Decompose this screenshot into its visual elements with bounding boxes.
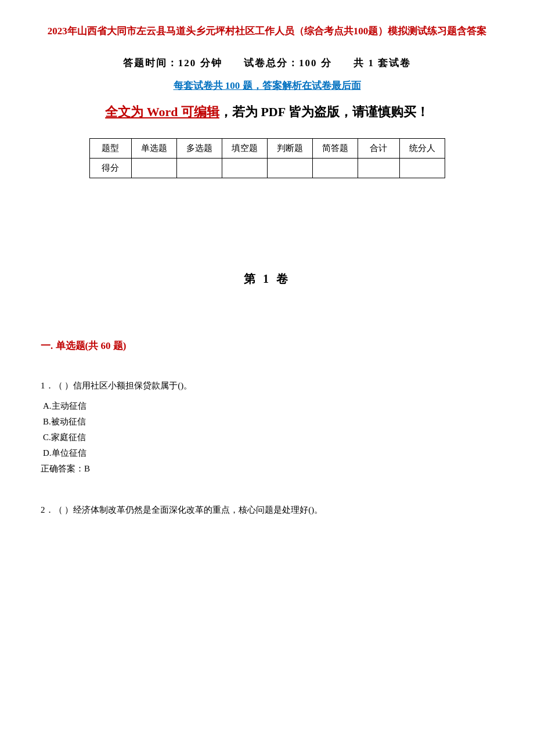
header-title: 2023年山西省大同市左云县马道头乡元坪村社区工作人员（综合考点共100题）模拟… [41,23,493,40]
notice-underline: 每套试卷共 100 题，答案解析在试卷最后面 [41,79,493,92]
spacer-2 [41,310,493,333]
question-2-text: 2．（ ）经济体制改革仍然是全面深化改革的重点，核心问题是处理好()。 [41,502,493,518]
question-2: 2．（ ）经济体制改革仍然是全面深化改革的重点，核心问题是处理好()。 [41,502,493,518]
score-table: 题型 单选题 多选题 填空题 判断题 简答题 合计 统分人 得分 [89,138,445,178]
cell-multi-score [176,159,222,178]
exam-info-bar: 答题时间：120 分钟 试卷总分：100 分 共 1 套试卷 [41,56,493,70]
score-table-wrapper: 题型 单选题 多选题 填空题 判断题 简答题 合计 统分人 得分 [41,138,493,178]
col-header-multi: 多选题 [176,139,222,159]
cell-fill-score [222,159,267,178]
row-label-score: 得分 [89,159,131,178]
spacer-1 [41,190,493,236]
question-1-options: A.主动征信 B.被动征信 C.家庭征信 D.单位征信 [43,398,493,461]
option-1-d: D.单位征信 [43,445,493,461]
question-1: 1．（ ）信用社区小额担保贷款属于()。 A.主动征信 B.被动征信 C.家庭征… [41,378,493,477]
col-header-fill: 填空题 [222,139,267,159]
editable-label: 全文为 Word 可编辑 [105,105,219,119]
col-header-judge: 判断题 [267,139,312,159]
cell-judge-score [267,159,312,178]
col-header-short: 简答题 [312,139,358,159]
option-1-c: C.家庭征信 [43,430,493,445]
cell-single-score [131,159,176,178]
option-1-b: B.被动征信 [43,414,493,430]
word-notice: 全文为 Word 可编辑，若为 PDF 皆为盗版，请谨慎购买！ [41,102,493,122]
spacer-3 [41,366,493,378]
section1-label: 一. 单选题(共 60 题) [41,339,493,352]
col-header-type: 题型 [89,139,131,159]
score-table-data-row: 得分 [89,159,445,178]
col-header-single: 单选题 [131,139,176,159]
pdf-warning: ，若为 PDF 皆为盗版，请谨慎购买！ [219,105,429,119]
col-header-scorer: 统分人 [399,139,445,159]
cell-scorer [399,159,445,178]
score-table-header-row: 题型 单选题 多选题 填空题 判断题 简答题 合计 统分人 [89,139,445,159]
spacer-4 [41,491,493,502]
volume-label: 第 1 卷 [41,271,493,287]
question-1-text: 1．（ ）信用社区小额担保贷款属于()。 [41,378,493,394]
cell-short-score [312,159,358,178]
question-1-answer: 正确答案：B [41,461,493,477]
option-1-a: A.主动征信 [43,398,493,414]
col-header-total: 合计 [358,139,399,159]
cell-total-score [358,159,399,178]
